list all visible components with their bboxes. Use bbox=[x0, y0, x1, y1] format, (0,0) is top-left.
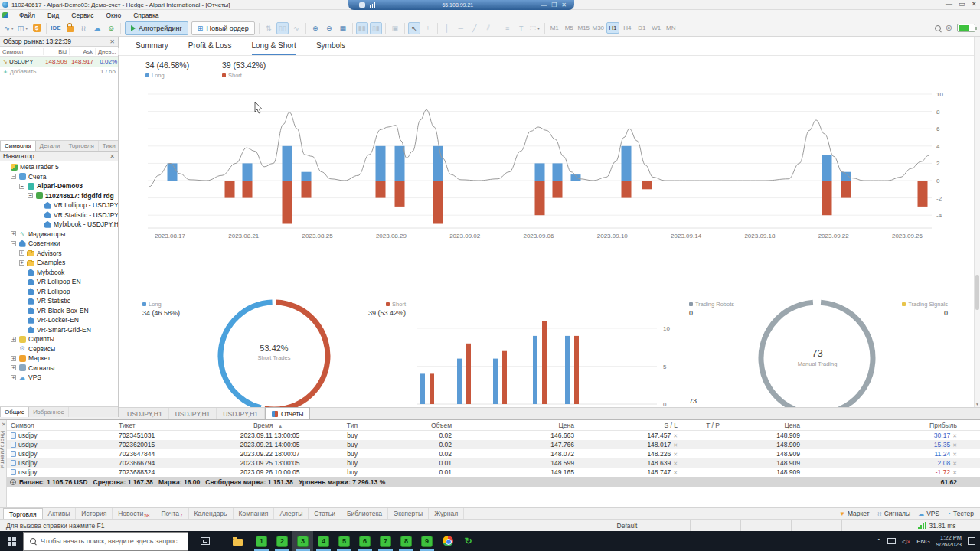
chart-tab-usdjpy-h1[interactable]: USDJPY,H1 bbox=[169, 408, 217, 419]
equidistant-icon[interactable]: ≡ bbox=[501, 22, 514, 34]
toolbox-tab-история[interactable]: История bbox=[76, 508, 113, 519]
bottom-button-тестер[interactable]: ◔Тестер bbox=[947, 510, 974, 517]
chart-shift-icon[interactable]: ▣ bbox=[389, 22, 401, 34]
ide-button[interactable]: IDE bbox=[50, 22, 62, 34]
menu-item-Окно[interactable]: Окно bbox=[100, 11, 127, 19]
scroll-down-icon[interactable]: ▼ bbox=[975, 402, 979, 406]
column-header-3[interactable]: Тип bbox=[322, 422, 361, 429]
balance-expand-icon[interactable]: + bbox=[10, 479, 16, 485]
market-watch-tab-Тики[interactable]: Тики bbox=[99, 141, 120, 151]
tree-item[interactable]: VR-Black-Box-EN bbox=[0, 306, 118, 316]
tree-expander-icon[interactable]: + bbox=[11, 375, 16, 380]
table-row[interactable]: usdjpy70236883242023.09.26 10:00:05buy0.… bbox=[7, 468, 980, 477]
remove-sl-icon[interactable]: ✕ bbox=[673, 470, 678, 475]
pin-icon[interactable] bbox=[359, 2, 365, 8]
taskbar-app-3[interactable]: 3 bbox=[292, 531, 313, 551]
chart-profile-button[interactable]: ∿▼ bbox=[3, 22, 15, 34]
web-terminal-icon[interactable]: ⊚ bbox=[105, 22, 117, 34]
tree-expander-icon[interactable]: − bbox=[19, 184, 24, 189]
remove-sl-icon[interactable]: ✕ bbox=[673, 452, 678, 457]
tree-expander-icon[interactable]: − bbox=[11, 174, 16, 179]
sync-app-button[interactable]: ↻ bbox=[458, 531, 479, 551]
remove-sl-icon[interactable]: ✕ bbox=[673, 442, 678, 448]
table-row[interactable]: usdjpy70236478442023.09.22 18:00:07buy0.… bbox=[7, 449, 980, 458]
tree-item[interactable]: +☁VPS bbox=[0, 373, 118, 383]
rdp-minimize-button[interactable]: — bbox=[541, 2, 547, 8]
window-layout-button[interactable]: ◫▼ bbox=[17, 22, 29, 34]
column-Днев...[interactable]: Днев... bbox=[96, 48, 119, 55]
toolbox-tab-компания[interactable]: Компания bbox=[234, 508, 275, 519]
bars-icon[interactable]: ▮▮ bbox=[356, 22, 368, 34]
trendline-icon[interactable]: ╱ bbox=[469, 22, 481, 34]
chart-tab-usdjpy-h1[interactable]: USDJPY,H1 bbox=[121, 408, 169, 419]
taskbar-app-6[interactable]: 6 bbox=[354, 531, 375, 551]
tree-item[interactable]: VR Statistic - USDJPY,H1 bbox=[0, 210, 118, 220]
taskbar-app-8[interactable]: 8 bbox=[396, 531, 416, 551]
tick-chart-icon[interactable]: ⇅ bbox=[263, 22, 275, 34]
profile-cell[interactable]: Default bbox=[564, 520, 690, 531]
toolbox-tab-новости[interactable]: Новости58 bbox=[113, 508, 155, 519]
timeframe-D1[interactable]: D1 bbox=[635, 22, 648, 34]
toolbox-tab-календарь[interactable]: Календарь bbox=[189, 508, 234, 519]
market-watch-tab-Торговля[interactable]: Торговля bbox=[64, 141, 98, 151]
timeframe-M30[interactable]: M30 bbox=[592, 22, 605, 34]
market-watch-tab-Символы[interactable]: Символы bbox=[0, 141, 36, 151]
account-icon[interactable]: ⊚ bbox=[946, 23, 952, 33]
remove-sl-icon[interactable]: ✕ bbox=[673, 461, 678, 466]
report-scrollbar[interactable]: ▼ bbox=[974, 37, 980, 408]
timeframe-M1[interactable]: M1 bbox=[548, 22, 561, 34]
tree-item[interactable]: MetaTrader 5 bbox=[0, 162, 118, 172]
tree-item[interactable]: Myfxbook bbox=[0, 268, 118, 278]
taskbar-app-4[interactable]: 4 bbox=[313, 531, 334, 551]
tree-item[interactable]: +∿Индикаторы bbox=[0, 230, 118, 240]
zoom-out-icon[interactable]: ⊖ bbox=[323, 22, 335, 34]
task-view-button[interactable] bbox=[194, 531, 215, 551]
bottom-button-маркет[interactable]: ▼Маркет bbox=[839, 510, 870, 517]
tree-item[interactable]: −110248617: fdgdfd rdg bbox=[0, 191, 118, 201]
tree-item[interactable]: +Examples bbox=[0, 258, 118, 268]
column-header-7[interactable]: T / P bbox=[681, 422, 724, 429]
column-Ask[interactable]: Ask bbox=[70, 48, 96, 55]
tree-item[interactable]: VR Lollipop - USDJPY,H1 bbox=[0, 201, 118, 210]
bottom-button-сигналы[interactable]: ≀≀Сигналы bbox=[877, 510, 910, 517]
taskbar-app-5[interactable]: 5 bbox=[334, 531, 354, 551]
tree-expander-icon[interactable]: − bbox=[11, 241, 16, 246]
menu-item-Вид[interactable]: Вид bbox=[41, 11, 65, 19]
tree-item[interactable]: +Advisors bbox=[0, 249, 118, 259]
column-header-2[interactable]: Время ▲ bbox=[218, 422, 322, 429]
taskbar-search-input[interactable]: Чтобы начать поиск, введите здесь запрос bbox=[23, 532, 188, 551]
candles-icon[interactable]: ▯▮ bbox=[370, 22, 382, 34]
minimize-button[interactable]: — bbox=[946, 0, 952, 8]
taskbar-app-1[interactable]: 1 bbox=[251, 531, 272, 551]
table-row[interactable]: usdjpy70236667942023.09.25 13:00:05buy0.… bbox=[7, 458, 980, 468]
tree-item[interactable]: VR Lollipop EN bbox=[0, 277, 118, 287]
close-icon[interactable]: ✕ bbox=[109, 38, 115, 45]
search-icon[interactable] bbox=[935, 25, 941, 31]
tree-expander-icon[interactable]: + bbox=[11, 356, 16, 361]
toolbox-tab-эксперты[interactable]: Эксперты bbox=[388, 508, 429, 519]
tree-item[interactable]: −Советники bbox=[0, 239, 118, 249]
add-symbol-label[interactable]: добавить... bbox=[10, 68, 41, 75]
cloud-icon[interactable]: ☁ bbox=[91, 22, 103, 34]
notification-center-icon[interactable] bbox=[968, 537, 975, 545]
lock-icon[interactable] bbox=[64, 22, 76, 34]
network-icon[interactable] bbox=[887, 538, 896, 544]
tree-item[interactable]: VR-Smart-Grid-EN bbox=[0, 325, 118, 335]
tree-item[interactable]: +Скрипты bbox=[0, 334, 118, 344]
menu-item-Сервис[interactable]: Сервис bbox=[65, 11, 100, 19]
timeframe-W1[interactable]: W1 bbox=[650, 22, 663, 34]
close-trade-icon[interactable]: ✕ bbox=[952, 461, 957, 466]
crosshair-icon[interactable]: ＋ bbox=[422, 22, 434, 34]
menu-item-Справка[interactable]: Справка bbox=[127, 11, 165, 19]
channel-icon[interactable]: ⫽ bbox=[482, 22, 495, 34]
symbol-row[interactable]: ↘ USDJPY 148.909 148.917 0.02% bbox=[0, 57, 118, 67]
tree-item[interactable]: +Сигналы bbox=[0, 364, 118, 373]
chart-tab-usdjpy-h1[interactable]: USDJPY,H1 bbox=[217, 408, 265, 419]
start-button[interactable] bbox=[0, 531, 23, 551]
bottom-button-vps[interactable]: ☁VPS bbox=[918, 510, 939, 517]
tree-item[interactable]: +Маркет bbox=[0, 354, 118, 364]
close-icon[interactable]: ✕ bbox=[2, 422, 6, 428]
rdp-close-button[interactable]: ✕ bbox=[561, 2, 567, 8]
report-tab-summary[interactable]: Summary bbox=[136, 37, 168, 55]
toolbox-tab-торговля[interactable]: Торговля bbox=[3, 508, 43, 519]
